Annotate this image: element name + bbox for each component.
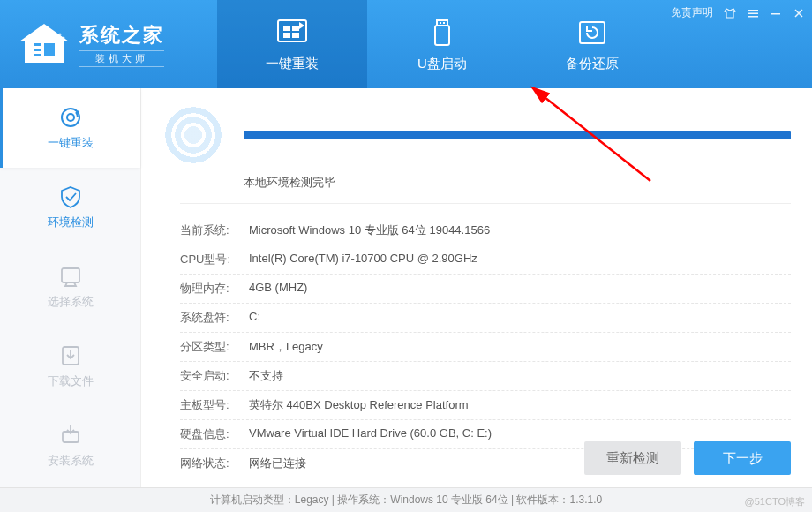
minimize-icon[interactable]: [770, 7, 782, 19]
svg-rect-8: [283, 26, 290, 31]
divider: [180, 203, 791, 204]
download-icon: [58, 343, 83, 368]
info-value: MBR，Legacy: [249, 339, 323, 355]
logo-title: 系统之家: [79, 22, 164, 49]
svg-rect-20: [771, 13, 780, 15]
info-value: 网络已连接: [249, 456, 306, 471]
tab-usb-boot[interactable]: U盘启动: [367, 0, 517, 88]
info-label: CPU型号:: [180, 252, 249, 267]
svg-rect-9: [292, 26, 299, 31]
install-icon: [58, 423, 83, 448]
sidebar-item-env-check[interactable]: 环境检测: [0, 168, 140, 247]
info-row-memory: 物理内存:4GB (MHZ): [180, 275, 791, 304]
sidebar-item-label: 下载文件: [48, 373, 94, 389]
info-row-partition: 分区类型:MBR，Legacy: [180, 333, 791, 362]
sidebar-item-label: 安装系统: [48, 453, 94, 469]
info-label: 安全启动:: [180, 368, 249, 384]
sidebar: 一键重装 环境检测 选择系统 下载文件 安装系统: [0, 88, 141, 487]
svg-rect-2: [34, 49, 41, 51]
svg-rect-13: [435, 26, 449, 45]
house-logo-icon: [18, 22, 71, 66]
svg-rect-17: [748, 10, 758, 11]
tab-label: U盘启动: [417, 56, 467, 72]
info-row-cpu: CPU型号:Intel(R) Core(TM) i7-10700 CPU @ 2…: [180, 245, 791, 275]
svg-rect-11: [292, 33, 299, 38]
target-icon: [58, 105, 83, 130]
svg-rect-16: [580, 22, 605, 43]
tab-label: 一键重装: [266, 56, 319, 72]
info-value: 英特尔 440BX Desktop Reference Platform: [249, 397, 469, 413]
menu-icon[interactable]: [747, 7, 759, 19]
close-icon[interactable]: [793, 7, 805, 19]
info-value: 4GB (MHZ): [249, 281, 307, 297]
info-label: 网络状态:: [180, 456, 249, 471]
sidebar-item-reinstall[interactable]: 一键重装: [0, 88, 140, 168]
system-info-list: 当前系统:Microsoft Windows 10 专业版 64位 19044.…: [180, 216, 791, 478]
main-panel: 本地环境检测完毕 当前系统:Microsoft Windows 10 专业版 6…: [141, 88, 812, 487]
progress-bar: [244, 131, 791, 139]
tab-backup-restore[interactable]: 备份还原: [517, 0, 667, 88]
sidebar-item-label: 选择系统: [48, 294, 94, 310]
select-system-icon: [58, 264, 83, 289]
info-value: Microsoft Windows 10 专业版 64位 19044.1566: [249, 222, 490, 238]
svg-point-5: [59, 34, 62, 36]
svg-rect-23: [62, 268, 79, 282]
info-label: 当前系统:: [180, 222, 249, 238]
info-label: 主板型号:: [180, 397, 249, 413]
header-tabs: 一键重装 U盘启动 备份还原: [217, 0, 667, 88]
info-value: 不支持: [249, 368, 283, 384]
svg-rect-10: [283, 33, 290, 38]
info-label: 硬盘信息:: [180, 426, 249, 442]
sidebar-item-label: 一键重装: [48, 135, 94, 151]
watermark: @51CTO博客: [745, 495, 805, 508]
info-value: Intel(R) Core(TM) i7-10700 CPU @ 2.90GHz: [249, 252, 477, 267]
svg-rect-4: [44, 43, 55, 56]
info-label: 物理内存:: [180, 281, 249, 297]
footer-text: 计算机启动类型：Legacy | 操作系统：Windows 10 专业版 64位…: [210, 493, 602, 508]
skin-icon[interactable]: [724, 7, 736, 19]
svg-rect-3: [34, 54, 41, 56]
info-value: C:: [249, 310, 260, 326]
sidebar-item-install[interactable]: 安装系统: [0, 406, 140, 486]
info-row-secureboot: 安全启动:不支持: [180, 362, 791, 391]
backup-restore-icon: [575, 17, 610, 49]
info-row-motherboard: 主板型号:英特尔 440BX Desktop Reference Platfor…: [180, 391, 791, 420]
next-button[interactable]: 下一步: [694, 441, 791, 475]
windows-reinstall-icon: [274, 17, 310, 49]
tab-label: 备份还原: [566, 56, 619, 72]
usb-boot-icon: [425, 17, 460, 49]
logo-subtitle: 装机大师: [79, 50, 164, 67]
sidebar-item-label: 环境检测: [48, 215, 94, 230]
app-logo: 系统之家 装机大师: [0, 22, 182, 67]
tab-reinstall[interactable]: 一键重装: [217, 0, 367, 88]
info-value: VMware Virtual IDE Hard Drive (60.0 GB, …: [249, 426, 492, 442]
sidebar-item-select-system[interactable]: 选择系统: [0, 247, 140, 327]
window-controls: 免责声明: [671, 5, 805, 20]
svg-point-6: [63, 37, 65, 40]
radar-scan-icon: [162, 104, 224, 166]
info-label: 分区类型:: [180, 339, 249, 355]
info-label: 系统盘符:: [180, 310, 249, 326]
svg-point-22: [67, 114, 74, 121]
svg-point-21: [62, 109, 79, 126]
scan-status-text: 本地环境检测完毕: [244, 175, 791, 191]
svg-rect-15: [443, 22, 445, 24]
svg-rect-19: [748, 16, 758, 18]
sidebar-item-download[interactable]: 下载文件: [0, 327, 140, 406]
svg-rect-14: [440, 22, 441, 24]
info-row-os: 当前系统:Microsoft Windows 10 专业版 64位 19044.…: [180, 216, 791, 245]
svg-rect-18: [748, 12, 758, 14]
shield-check-icon: [58, 184, 83, 209]
status-bar: 计算机启动类型：Legacy | 操作系统：Windows 10 专业版 64位…: [0, 487, 812, 512]
rescan-button[interactable]: 重新检测: [584, 441, 681, 475]
disclaimer-link[interactable]: 免责声明: [671, 5, 713, 20]
app-header: 系统之家 装机大师 一键重装 U盘启动 备份还原 免责声明: [0, 0, 812, 88]
svg-rect-1: [34, 43, 41, 46]
info-row-sysdrive: 系统盘符:C:: [180, 304, 791, 333]
